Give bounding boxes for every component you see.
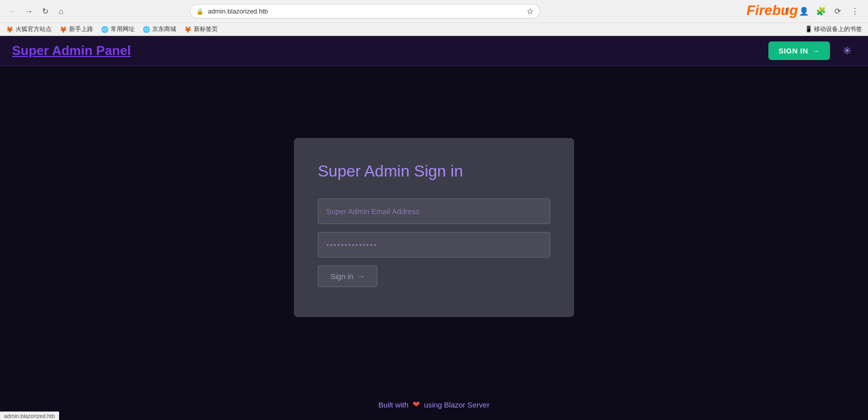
footer-text: Built with ❤ using Blazor Server	[10, 399, 858, 410]
sign-in-arrow: →	[812, 46, 820, 55]
nav-buttons: ← → ↻ ⌂	[6, 4, 68, 18]
bookmark-newtab[interactable]: 🦊 新标签页	[184, 25, 218, 34]
theme-toggle-button[interactable]: ✳	[838, 42, 856, 60]
firebug-text: Firebug	[746, 2, 798, 18]
login-card: Super Admin Sign in Sign in →	[294, 138, 574, 317]
status-url: admin.blazorized.htb	[4, 413, 55, 419]
firebug-logo: Firebug	[746, 0, 798, 21]
lock-icon: 🔒	[196, 8, 204, 15]
bookmark-jd[interactable]: 🌐 京东商城	[143, 25, 176, 34]
sign-in-label: SIGN IN	[778, 46, 808, 55]
submit-label: Sign in	[330, 272, 353, 280]
url-input[interactable]	[208, 8, 523, 15]
login-title: Super Admin Sign in	[318, 162, 550, 180]
bookmark-firefox[interactable]: 🦊 火狐官方站点	[6, 25, 52, 34]
address-bar[interactable]: 🔒 ☆	[190, 4, 540, 18]
header-sign-in-button[interactable]: SIGN IN →	[768, 42, 830, 60]
browser-chrome: ← → ↻ ⌂ 🔒 ☆ Firebug ⬇ 👤 🧩 ⟳ ⋮ 🦊 火狐官方站点 🦊…	[0, 0, 868, 36]
reload-button[interactable]: ↻	[38, 4, 52, 18]
more-button[interactable]: ⋮	[848, 4, 862, 18]
bookmark-mobile[interactable]: 📱 移动设备上的书签	[805, 25, 862, 34]
app-title[interactable]: Super Admin Panel	[12, 43, 131, 58]
heart-icon: ❤	[412, 399, 420, 410]
browser-actions: Firebug ⬇ 👤 🧩 ⟳ ⋮	[780, 4, 862, 18]
extensions-button[interactable]: 🧩	[814, 4, 828, 18]
star-icon[interactable]: ☆	[527, 6, 534, 16]
built-with-text: Built with	[378, 400, 408, 409]
account-button[interactable]: 👤	[797, 4, 811, 18]
bookmark-newbie[interactable]: 🦊 新手上路	[60, 25, 93, 34]
app-main: Super Admin Sign in Sign in →	[0, 66, 868, 389]
email-group	[318, 198, 550, 224]
header-actions: SIGN IN → ✳	[768, 42, 856, 60]
forward-button[interactable]: →	[22, 4, 36, 18]
using-text: using Blazor Server	[424, 400, 490, 409]
email-input[interactable]	[318, 198, 550, 224]
status-bar: admin.blazorized.htb	[0, 412, 59, 420]
password-group	[318, 232, 550, 258]
app-footer: Built with ❤ using Blazor Server	[0, 389, 868, 420]
bookmark-common[interactable]: 🌐 常用网址	[101, 25, 135, 34]
sign-in-button[interactable]: Sign in →	[318, 266, 377, 287]
password-input[interactable]	[318, 232, 550, 258]
sync-button[interactable]: ⟳	[831, 4, 845, 18]
bookmarks-bar: 🦊 火狐官方站点 🦊 新手上路 🌐 常用网址 🌐 京东商城 🦊 新标签页 📱 移…	[0, 22, 868, 36]
home-button[interactable]: ⌂	[54, 4, 68, 18]
app-header: Super Admin Panel SIGN IN → ✳	[0, 36, 868, 66]
back-button[interactable]: ←	[6, 4, 20, 18]
submit-arrow: →	[357, 272, 365, 280]
browser-toolbar: ← → ↻ ⌂ 🔒 ☆ Firebug ⬇ 👤 🧩 ⟳ ⋮	[0, 0, 868, 22]
